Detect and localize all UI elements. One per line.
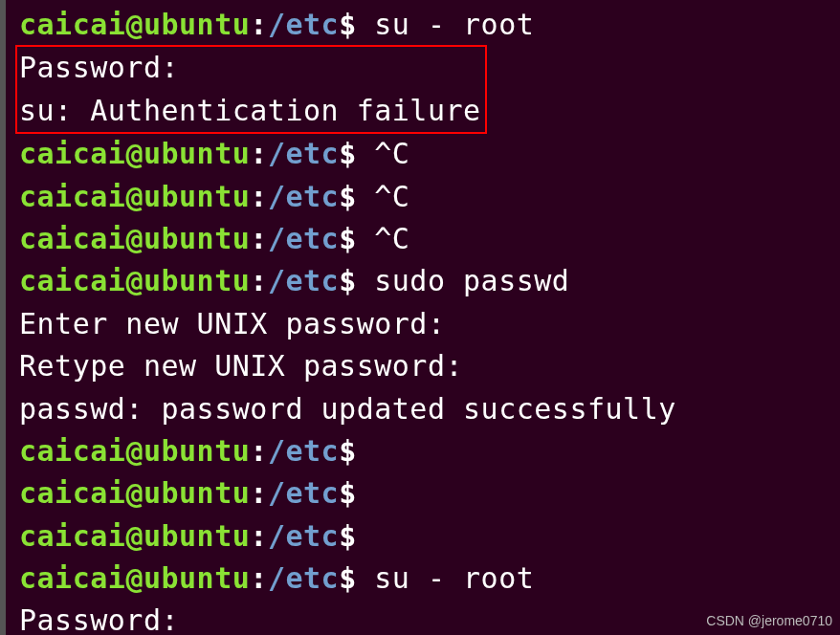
terminal-line: caicai@ubuntu:/etc$ sudo passwd: [19, 260, 840, 302]
command-text: ^C: [357, 180, 410, 213]
prompt-at: @: [125, 8, 144, 41]
prompt-colon: :: [250, 476, 268, 510]
prompt-user: caicai: [19, 561, 125, 595]
prompt-user: caicai: [19, 222, 125, 255]
prompt-path: /etc: [268, 476, 339, 510]
prompt-colon: :: [250, 137, 268, 170]
command-text: su - root: [357, 561, 535, 595]
prompt-user: caicai: [19, 8, 125, 41]
prompt-user: caicai: [19, 180, 125, 213]
terminal-line: caicai@ubuntu:/etc$ ^C: [19, 176, 840, 218]
prompt-path: /etc: [268, 519, 339, 553]
prompt-colon: :: [250, 222, 268, 255]
prompt-dollar: $: [339, 222, 357, 255]
terminal-line: caicai@ubuntu:/etc$ su - root: [19, 558, 840, 600]
output-enter-password: Enter new UNIX password:: [19, 303, 840, 345]
terminal-line: caicai@ubuntu:/etc$ su - root: [19, 4, 840, 46]
terminal-line: caicai@ubuntu:/etc$ ^C: [19, 218, 840, 260]
prompt-host: ubuntu: [144, 137, 250, 170]
prompt-dollar: $: [339, 8, 357, 41]
prompt-path: /etc: [268, 137, 339, 170]
prompt-at: @: [125, 222, 144, 255]
prompt-dollar: $: [339, 180, 357, 213]
prompt-colon: :: [250, 434, 268, 468]
prompt-dollar: $: [339, 519, 357, 553]
highlight-box: Password: su: Authentication failure: [15, 45, 487, 134]
prompt-colon: :: [250, 180, 268, 213]
prompt-user: caicai: [19, 476, 125, 510]
prompt-at: @: [125, 180, 144, 213]
prompt-user: caicai: [19, 137, 125, 170]
prompt-dollar: $: [339, 561, 357, 595]
command-text: su - root: [357, 8, 535, 41]
prompt-path: /etc: [268, 561, 339, 595]
prompt-host: ubuntu: [144, 180, 250, 213]
prompt-path: /etc: [268, 264, 339, 297]
prompt-user: caicai: [19, 264, 125, 297]
prompt-at: @: [125, 561, 144, 595]
prompt-host: ubuntu: [144, 561, 250, 595]
prompt-host: ubuntu: [144, 519, 250, 553]
watermark: CSDN @jerome0710: [706, 611, 832, 631]
output-password-prompt: Password:: [19, 47, 481, 89]
terminal-line: caicai@ubuntu:/etc$: [19, 472, 840, 515]
command-text: ^C: [357, 137, 410, 170]
output-auth-failure: su: Authentication failure: [19, 90, 481, 132]
prompt-dollar: $: [339, 137, 357, 170]
prompt-at: @: [125, 519, 144, 553]
terminal-line: caicai@ubuntu:/etc$: [19, 515, 840, 558]
terminal-line: caicai@ubuntu:/etc$: [19, 430, 840, 472]
prompt-host: ubuntu: [144, 8, 250, 41]
terminal-line: caicai@ubuntu:/etc$ ^C: [19, 133, 840, 175]
command-text: ^C: [357, 222, 410, 255]
prompt-colon: :: [250, 8, 268, 41]
command-text: sudo passwd: [357, 264, 570, 297]
prompt-path: /etc: [268, 222, 339, 255]
prompt-colon: :: [250, 264, 268, 297]
prompt-host: ubuntu: [144, 222, 250, 255]
prompt-dollar: $: [339, 434, 357, 468]
prompt-at: @: [125, 476, 144, 510]
prompt-dollar: $: [339, 476, 357, 510]
prompt-at: @: [125, 434, 144, 468]
output-retype-password: Retype new UNIX password:: [19, 345, 840, 387]
prompt-at: @: [125, 137, 144, 170]
terminal-output[interactable]: caicai@ubuntu:/etc$ su - root Password: …: [19, 4, 840, 635]
prompt-host: ubuntu: [144, 264, 250, 297]
output-success: passwd: password updated successfully: [19, 388, 840, 430]
prompt-colon: :: [250, 561, 268, 595]
prompt-path: /etc: [268, 434, 339, 468]
prompt-host: ubuntu: [144, 476, 250, 510]
prompt-colon: :: [250, 519, 268, 553]
prompt-path: /etc: [268, 8, 339, 41]
prompt-user: caicai: [19, 434, 125, 468]
prompt-dollar: $: [339, 264, 357, 297]
prompt-host: ubuntu: [144, 434, 250, 468]
prompt-at: @: [125, 264, 144, 297]
prompt-path: /etc: [268, 180, 339, 213]
prompt-user: caicai: [19, 519, 125, 553]
